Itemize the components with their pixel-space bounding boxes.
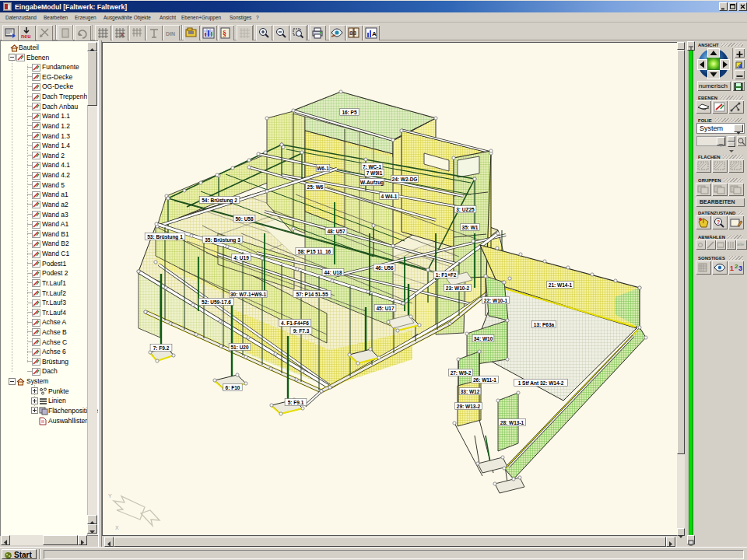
svg-text:7: F9.2: 7: F9.2 <box>153 345 170 351</box>
svg-text:3: UZ25: 3: UZ25 <box>456 207 475 212</box>
svg-text:24: W2-DG: 24: W2-DG <box>392 177 418 182</box>
svg-text:25: W6: 25: W6 <box>307 184 324 190</box>
svg-text:W6-1: W6-1 <box>317 166 329 171</box>
svg-text:7: WC-1: 7: WC-1 <box>363 164 382 170</box>
svg-text:26: W11-1: 26: W11-1 <box>473 377 496 383</box>
svg-text:Y: Y <box>108 493 112 499</box>
svg-text:13: P63a: 13: P63a <box>534 322 555 327</box>
svg-text:X: X <box>115 525 119 530</box>
svg-text:23: W10-2: 23: W10-2 <box>446 285 470 291</box>
svg-text:48: U57: 48: U57 <box>327 229 345 234</box>
svg-text:29: W13-2: 29: W13-2 <box>457 404 481 409</box>
svg-text:neu: neu <box>21 33 30 39</box>
svg-text:30: W7-1+W9-1: 30: W7-1+W9-1 <box>230 292 266 297</box>
svg-text:35: Brüstung 3: 35: Brüstung 3 <box>205 237 240 243</box>
svg-text:4 W4-1: 4 W4-1 <box>381 194 398 199</box>
svg-text:58: P15 11_16: 58: P15 11_16 <box>298 249 331 254</box>
svg-text:54: Brüstung 2: 54: Brüstung 2 <box>202 198 237 204</box>
svg-text:33: W12: 33: W12 <box>461 389 480 394</box>
svg-text:34: W10: 34: W10 <box>474 336 493 341</box>
svg-text:28: W13-1: 28: W13-1 <box>500 420 524 425</box>
svg-text:9: F7.3: 9: F7.3 <box>293 328 310 334</box>
svg-text:52: U59-17.6: 52: U59-17.6 <box>202 299 231 305</box>
svg-text:6: F10: 6: F10 <box>226 385 240 390</box>
svg-text:3: 3 <box>738 264 742 272</box>
svg-text:44: U18: 44: U18 <box>324 270 342 275</box>
svg-text:A: A <box>372 30 377 37</box>
svg-text:1: F1+F2: 1: F1+F2 <box>436 272 457 278</box>
svg-text:1 Stf Ant 32: W14-2: 1 Stf Ant 32: W14-2 <box>518 380 564 386</box>
svg-text:35: W1: 35: W1 <box>462 225 479 230</box>
svg-text:51: U20: 51: U20 <box>230 345 249 350</box>
svg-text:27: W9-2: 27: W9-2 <box>451 370 472 376</box>
svg-text:57: P14 51-55: 57: P14 51-55 <box>296 292 328 297</box>
svg-text:16: P5: 16: P5 <box>342 110 357 115</box>
svg-text:7 W9I1: 7 W9I1 <box>366 170 383 176</box>
svg-text:21: W14-1: 21: W14-1 <box>549 282 573 288</box>
svg-text:§: § <box>223 29 226 37</box>
svg-text:50: U58: 50: U58 <box>235 216 254 222</box>
svg-text:1: 1 <box>730 264 734 272</box>
svg-text:88: 88 <box>349 30 356 37</box>
svg-text:4: U19: 4: U19 <box>233 255 249 261</box>
svg-text:?: ? <box>717 219 720 225</box>
svg-text:DIN: DIN <box>166 31 175 37</box>
svg-text:W-Aufzug: W-Aufzug <box>360 180 384 186</box>
svg-text:5: F9.1: 5: F9.1 <box>288 400 304 405</box>
svg-text:46: U56: 46: U56 <box>375 265 394 271</box>
svg-text:53: Brüstung 1: 53: Brüstung 1 <box>147 234 183 240</box>
svg-text:22: W10-1: 22: W10-1 <box>484 298 508 303</box>
svg-text:4. F1-F4+F6: 4. F1-F4+F6 <box>281 320 309 326</box>
svg-text:45: U17: 45: U17 <box>376 306 395 311</box>
